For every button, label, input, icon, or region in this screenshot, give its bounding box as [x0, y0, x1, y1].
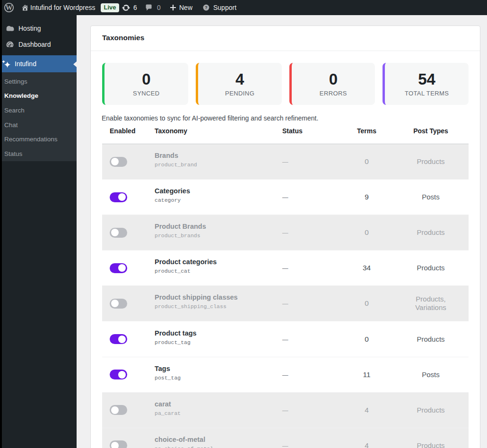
svg-text:W: W [6, 4, 13, 11]
svg-text:?: ? [205, 5, 207, 10]
